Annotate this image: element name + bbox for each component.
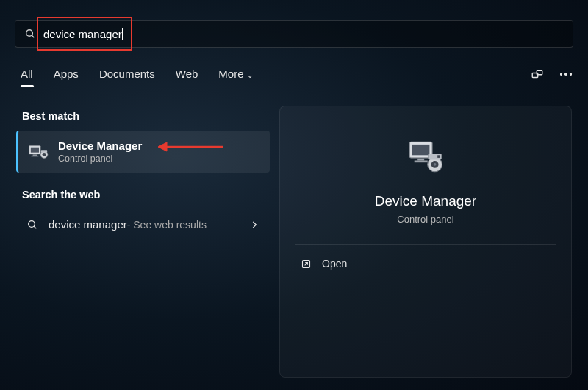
share-across-devices-icon[interactable]	[531, 68, 544, 81]
search-icon	[24, 28, 36, 40]
results-panel: Best match Device Manager Control panel …	[16, 110, 270, 239]
tab-more[interactable]: More ⌄	[218, 68, 253, 86]
svg-rect-18	[415, 161, 428, 163]
tabs-right-actions	[531, 68, 573, 81]
detail-panel: Device Manager Control panel Open	[279, 106, 572, 378]
device-manager-icon	[29, 144, 49, 160]
search-bar[interactable]: device manager	[15, 20, 573, 48]
chevron-right-icon	[249, 220, 259, 230]
result-device-manager[interactable]: Device Manager Control panel	[16, 131, 270, 173]
web-result-query: device manager	[49, 218, 127, 231]
open-label: Open	[322, 258, 347, 270]
section-search-web-label: Search the web	[22, 189, 270, 201]
divider	[295, 244, 556, 245]
svg-rect-17	[417, 159, 424, 161]
annotation-arrow	[158, 140, 224, 154]
svg-point-9	[43, 153, 46, 156]
device-manager-large-icon	[406, 137, 445, 177]
tab-all[interactable]: All	[21, 68, 33, 86]
filter-tabs: All Apps Documents Web More ⌄	[21, 68, 573, 86]
result-subtitle: Control panel	[58, 154, 142, 164]
section-best-match-label: Best match	[22, 110, 270, 122]
result-title: Device Manager	[58, 140, 142, 152]
svg-line-1	[32, 35, 34, 37]
text-caret	[122, 28, 123, 40]
svg-point-13	[29, 220, 35, 227]
svg-rect-16	[412, 145, 429, 155]
svg-marker-12	[158, 142, 167, 151]
tab-documents[interactable]: Documents	[99, 68, 155, 86]
chevron-down-icon: ⌄	[245, 71, 254, 79]
search-icon	[26, 219, 38, 231]
svg-rect-6	[33, 154, 37, 155]
svg-rect-10	[41, 150, 47, 153]
more-options-icon[interactable]	[560, 73, 573, 76]
tab-apps[interactable]: Apps	[54, 68, 79, 86]
open-action[interactable]: Open	[295, 250, 556, 277]
tab-web[interactable]: Web	[176, 68, 198, 86]
web-result-hint: - See web results	[127, 219, 207, 231]
svg-line-14	[34, 226, 36, 228]
svg-point-21	[434, 163, 437, 166]
svg-rect-23	[437, 155, 440, 158]
open-icon	[301, 259, 312, 270]
web-result-item[interactable]: device manager - See web results	[16, 209, 270, 239]
detail-title: Device Manager	[295, 193, 556, 209]
svg-point-0	[26, 30, 33, 37]
svg-rect-5	[31, 147, 39, 152]
search-input-text[interactable]: device manager	[43, 28, 122, 40]
detail-subtitle: Control panel	[295, 214, 556, 225]
svg-rect-7	[32, 155, 39, 156]
